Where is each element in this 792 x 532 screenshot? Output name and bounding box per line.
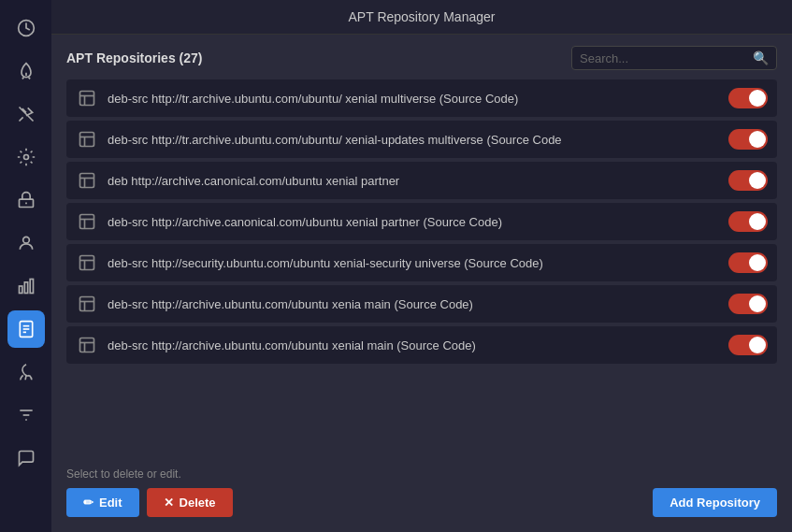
repo-icon	[76, 169, 98, 192]
delete-label: Delete	[180, 496, 216, 510]
repo-icon	[76, 87, 98, 109]
svg-rect-18	[80, 133, 94, 147]
svg-rect-30	[80, 297, 94, 311]
repo-toggle[interactable]	[728, 88, 768, 108]
search-icon: 🔍	[753, 50, 769, 65]
repo-row[interactable]: deb-src http://tr.archive.ubuntu.com/ubu…	[66, 79, 777, 117]
repo-text: deb-src http://tr.archive.ubuntu.com/ubu…	[108, 92, 719, 106]
repo-text: deb-src http://security.ubuntu.com/ubunt…	[108, 256, 719, 270]
repo-row[interactable]: deb-src http://archive.ubuntu.com/ubuntu…	[66, 326, 777, 364]
repo-toggle[interactable]	[728, 129, 768, 150]
content-area: APT Repositories (27) 🔍 deb-src http://t…	[51, 35, 792, 532]
repo-list-title: APT Repositories (27)	[66, 50, 202, 65]
add-repository-button[interactable]: Add Repository	[653, 488, 777, 517]
repo-icon	[76, 128, 98, 151]
sidebar-item-filter[interactable]	[7, 396, 45, 434]
repo-row[interactable]: deb-src http://security.ubuntu.com/ubunt…	[66, 244, 777, 281]
repo-icon	[76, 334, 98, 356]
svg-point-4	[22, 237, 29, 243]
edit-label: Edit	[99, 496, 122, 510]
repo-icon	[76, 293, 98, 315]
search-box[interactable]: 🔍	[571, 46, 777, 70]
sidebar-item-repository[interactable]	[7, 310, 45, 348]
sidebar-item-rocket[interactable]	[7, 52, 45, 90]
edit-icon: ✏	[83, 496, 94, 510]
svg-rect-6	[24, 282, 27, 294]
repo-icon	[76, 252, 98, 274]
delete-button[interactable]: ✕ Delete	[147, 488, 233, 517]
add-label: Add Repository	[670, 496, 760, 510]
sidebar-item-stats[interactable]	[7, 267, 45, 305]
repo-row[interactable]: deb-src http://tr.archive.ubuntu.com/ubu…	[66, 121, 777, 158]
repo-toggle[interactable]	[728, 211, 768, 232]
svg-rect-33	[80, 338, 94, 352]
sidebar-item-users[interactable]	[7, 224, 45, 262]
sidebar	[0, 0, 51, 532]
repo-text: deb-src http://tr.archive.ubuntu.com/ubu…	[108, 133, 719, 147]
svg-point-1	[23, 155, 28, 160]
svg-rect-5	[19, 286, 22, 294]
header-row: APT Repositories (27) 🔍	[66, 46, 777, 70]
sidebar-item-claw[interactable]	[7, 353, 45, 391]
search-input[interactable]	[580, 51, 753, 65]
repo-text: deb-src http://archive.ubuntu.com/ubuntu…	[108, 297, 719, 311]
footer: Select to delete or edit. ✏ Edit ✕ Delet…	[66, 460, 777, 521]
footer-buttons: ✏ Edit ✕ Delete Add Repository	[66, 488, 777, 517]
sidebar-item-chat[interactable]	[7, 439, 45, 477]
edit-button[interactable]: ✏ Edit	[66, 488, 139, 517]
repo-toggle[interactable]	[728, 170, 768, 191]
repo-toggle[interactable]	[728, 252, 768, 273]
repo-icon	[76, 210, 98, 233]
repo-list: deb-src http://tr.archive.ubuntu.com/ubu…	[66, 79, 777, 460]
repo-text: deb-src http://archive.ubuntu.com/ubuntu…	[108, 338, 719, 352]
svg-rect-15	[80, 92, 94, 106]
svg-rect-21	[80, 174, 94, 188]
delete-icon: ✕	[164, 496, 174, 510]
sidebar-item-clean[interactable]	[7, 95, 45, 133]
repo-text: deb-src http://archive.canonical.com/ubu…	[108, 215, 719, 229]
repo-toggle[interactable]	[728, 335, 768, 355]
sidebar-item-settings[interactable]	[7, 138, 45, 176]
main-panel: APT Repository Manager APT Repositories …	[51, 0, 792, 532]
titlebar: APT Repository Manager	[51, 0, 792, 35]
svg-rect-7	[30, 280, 33, 294]
sidebar-item-packages[interactable]	[7, 181, 45, 219]
repo-row[interactable]: deb-src http://archive.ubuntu.com/ubuntu…	[66, 285, 777, 323]
select-hint: Select to delete or edit.	[66, 467, 777, 481]
app-title: APT Repository Manager	[349, 9, 496, 24]
repo-toggle[interactable]	[728, 294, 768, 314]
repo-row[interactable]: deb http://archive.canonical.com/ubuntu …	[66, 162, 777, 199]
repo-row[interactable]: deb-src http://archive.canonical.com/ubu…	[66, 203, 777, 240]
repo-text: deb http://archive.canonical.com/ubuntu …	[108, 174, 719, 188]
sidebar-item-dashboard[interactable]	[7, 9, 45, 47]
svg-rect-27	[80, 256, 94, 270]
svg-rect-24	[80, 215, 94, 229]
